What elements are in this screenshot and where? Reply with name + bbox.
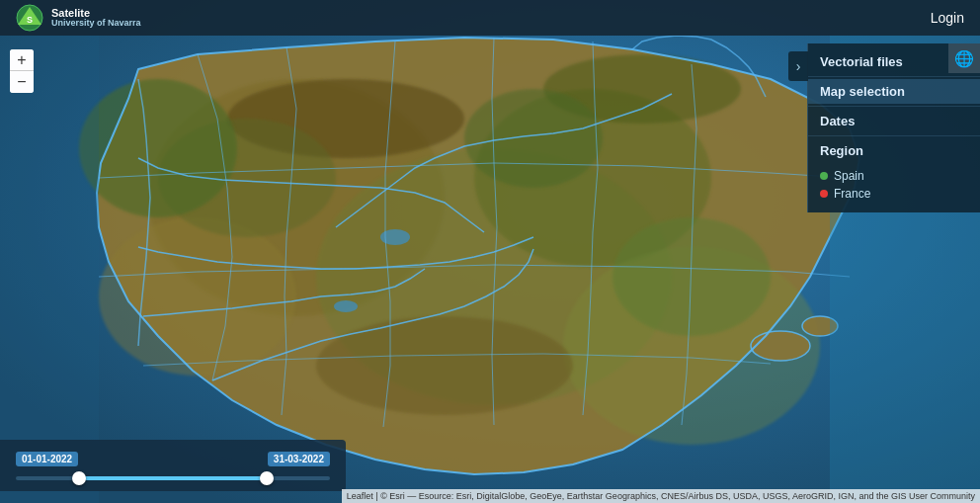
- header: S Satelite University of Navarra Login: [0, 0, 980, 36]
- slider-thumb-end[interactable]: [260, 471, 274, 485]
- region-list: Spain France: [808, 163, 980, 207]
- logo-area: S Satelite University of Navarra: [16, 4, 141, 32]
- toggle-chevron-icon: ›: [796, 58, 801, 74]
- globe-icon[interactable]: 🌐: [948, 43, 980, 73]
- end-date-tag: 31-03-2022: [268, 452, 330, 466]
- date-labels: 01-01-2022 31-03-2022: [16, 452, 330, 466]
- france-label: France: [834, 187, 870, 201]
- map-attribution: Leaflet | © Esri — Esource: Esri, Digita…: [342, 489, 980, 503]
- region-item-spain[interactable]: Spain: [820, 167, 968, 185]
- zoom-in-button[interactable]: +: [10, 49, 34, 71]
- svg-point-13: [464, 89, 603, 188]
- svg-point-11: [79, 79, 237, 217]
- slider-thumb-start[interactable]: [72, 471, 86, 485]
- svg-point-12: [612, 217, 771, 336]
- start-date-tag: 01-01-2022: [16, 452, 78, 466]
- zoom-out-button[interactable]: −: [10, 71, 34, 93]
- panel-divider-1: [808, 76, 980, 77]
- panel-divider-2: [808, 106, 980, 107]
- map-selection-section[interactable]: Map selection: [808, 79, 980, 104]
- region-section-title[interactable]: Region: [808, 138, 980, 163]
- panel-divider-3: [808, 135, 980, 136]
- region-item-france[interactable]: France: [820, 185, 968, 203]
- dates-section[interactable]: Dates: [808, 109, 980, 133]
- map-container[interactable]: S Satelite University of Navarra Login +…: [0, 0, 980, 503]
- globe-icon-symbol: 🌐: [954, 49, 974, 68]
- svg-point-9: [316, 316, 573, 415]
- svg-point-5: [99, 217, 296, 376]
- svg-point-17: [334, 300, 358, 312]
- logo-icon: S: [16, 4, 43, 32]
- logo-text: Satelite University of Navarra: [51, 7, 141, 29]
- attribution-text: Leaflet | © Esri — Esource: Esri, Digita…: [347, 491, 975, 501]
- date-slider-bar: 01-01-2022 31-03-2022: [0, 440, 346, 491]
- login-button[interactable]: Login: [931, 10, 964, 26]
- spain-label: Spain: [834, 169, 864, 183]
- france-color-dot: [820, 190, 828, 198]
- zoom-controls: + −: [10, 49, 34, 93]
- slider-fill: [79, 476, 268, 480]
- svg-text:S: S: [27, 15, 33, 25]
- panel-toggle[interactable]: ›: [788, 51, 808, 81]
- spain-color-dot: [820, 172, 828, 180]
- slider-track[interactable]: [16, 476, 330, 480]
